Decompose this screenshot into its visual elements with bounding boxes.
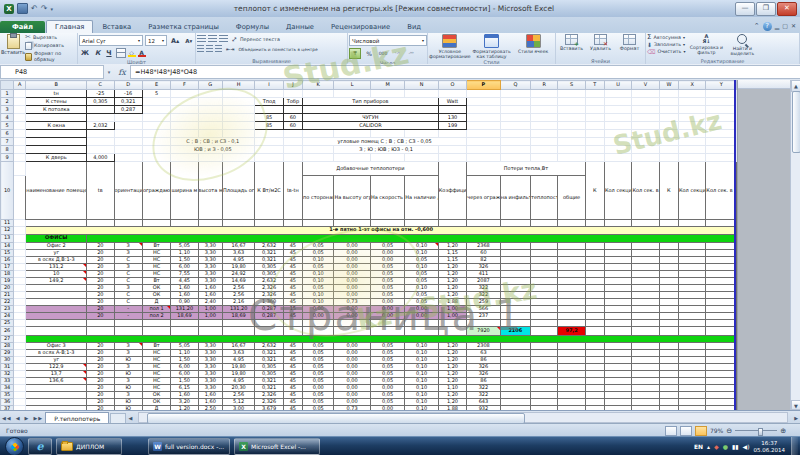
cell-R22[interactable] [531,298,558,305]
cell-I35[interactable]: 2,326 [255,391,283,398]
cell-V9[interactable] [632,154,659,162]
row-header-24[interactable]: 24 [1,312,14,319]
cell-H2[interactable] [222,98,254,106]
align-right-icon[interactable] [215,45,222,53]
cell-N35[interactable]: 0,10 [405,391,438,398]
cell-R7[interactable] [531,138,558,146]
cell-T4[interactable] [585,114,604,122]
cell-E34[interactable]: НС [142,384,170,391]
col-header-Y[interactable]: Y [706,81,737,90]
cell-S34[interactable] [558,384,585,391]
cell-O2[interactable]: Watt [438,98,466,106]
cell-F6[interactable] [171,130,198,138]
fill-color-icon[interactable]: ◇ [128,49,136,57]
cell-U33[interactable] [605,377,632,384]
cell-A32[interactable] [14,370,26,377]
cell-M18[interactable]: 0,05 [370,270,404,277]
cell-X2[interactable] [678,98,705,106]
cell-D10[interactable]: ориентация [114,162,142,220]
cell-D25[interactable] [114,319,142,326]
zoom-out-icon[interactable]: ⊖ [726,427,732,435]
cell-C26[interactable] [87,326,114,335]
row-header-3[interactable]: 3 [1,106,14,114]
cell-E23[interactable]: пол 1 [142,305,170,312]
cell-H34[interactable]: 20,30 [222,384,254,391]
cell-B21[interactable] [26,291,87,298]
cell-W16[interactable] [659,256,678,263]
cell-P19[interactable]: 2087 [467,277,500,284]
cell-E7[interactable] [142,138,170,146]
cell-Q31[interactable] [500,363,530,370]
row-header-34[interactable]: 34 [1,384,14,391]
cell-V33[interactable] [632,377,659,384]
cell-U32[interactable] [605,370,632,377]
cell-S23[interactable] [558,305,585,312]
cell-G23[interactable]: 1,00 [198,305,222,312]
cell-W31[interactable] [659,363,678,370]
cell-G36[interactable]: 1,60 [198,398,222,405]
cell-V17[interactable] [632,263,659,270]
cell-E21[interactable]: ОК [142,291,170,298]
cell-C14[interactable]: 20 [87,242,114,249]
cell-T22[interactable] [585,298,604,305]
cell-H25[interactable] [222,319,254,326]
cell-S29[interactable] [558,349,585,356]
cell-Y7[interactable] [706,138,737,146]
cell-U25[interactable] [605,319,632,326]
cell-L6[interactable] [334,130,370,138]
cell-Y29[interactable] [706,349,737,356]
cell-V2[interactable] [632,98,659,106]
cell-Y18[interactable] [706,270,737,277]
cell-Q7[interactable] [500,138,530,146]
cell-U11[interactable] [605,220,632,227]
cell-L20[interactable]: 0,00 [334,284,370,291]
cell-S36[interactable] [558,398,585,405]
cell-B1[interactable]: tн [26,90,87,98]
cell-P24[interactable]: 237 [467,312,500,319]
cell-R21[interactable] [531,291,558,298]
cell-J19[interactable]: 45 [283,277,302,284]
cell-K36[interactable]: 0,05 [303,398,334,405]
cell-X34[interactable] [678,384,705,391]
col-header-E[interactable]: E [142,81,170,90]
row-header-19[interactable]: 19 [1,277,14,284]
cell-A18[interactable] [14,270,26,277]
cell-A33[interactable] [14,377,26,384]
cell-H23[interactable]: 131,20 [222,305,254,312]
cell-M34[interactable]: 0,00 [370,384,404,391]
cell-J34[interactable]: 45 [283,384,302,391]
cell-J28[interactable]: 45 [283,342,302,349]
row-header-8[interactable]: 8 [1,146,14,154]
cell-K2[interactable]: Тип приборов [303,98,439,106]
cell-R36[interactable] [531,398,558,405]
cell-V19[interactable] [632,277,659,284]
cell-U2[interactable] [605,98,632,106]
cell-B25[interactable] [26,319,87,326]
cell-I20[interactable]: 2,326 [255,284,283,291]
cell-S25[interactable] [558,319,585,326]
cell-Y22[interactable] [706,298,737,305]
cell-Q22[interactable] [500,298,530,305]
format-cells-button[interactable]: Формат [616,34,644,51]
align-bottom-icon[interactable] [219,35,228,43]
cell-Q36[interactable] [500,398,530,405]
cell-K25[interactable] [303,319,334,326]
cell-K1[interactable] [303,90,334,98]
cell-L1[interactable] [334,90,370,98]
cell-A26[interactable] [14,326,26,335]
font-size-select[interactable]: 12▾ [145,35,167,46]
cell-E25[interactable] [142,319,170,326]
vertical-scrollbar[interactable]: ▲ ▼ [790,80,800,410]
col-header-Q[interactable]: Q [500,81,530,90]
cell-E17[interactable]: НС [142,263,170,270]
cell-X20[interactable] [678,284,705,291]
col-header-N[interactable]: N [405,81,438,90]
vertical-scroll-thumb[interactable] [792,91,800,153]
cell-O18[interactable]: 1,20 [438,270,466,277]
cell-U4[interactable] [605,114,632,122]
cell-Y6[interactable] [706,130,737,138]
cell-F28[interactable]: 5,05 [171,342,198,349]
align-center-icon[interactable] [206,45,213,53]
cell-E3[interactable] [142,106,170,114]
cell-Q28[interactable] [500,342,530,349]
